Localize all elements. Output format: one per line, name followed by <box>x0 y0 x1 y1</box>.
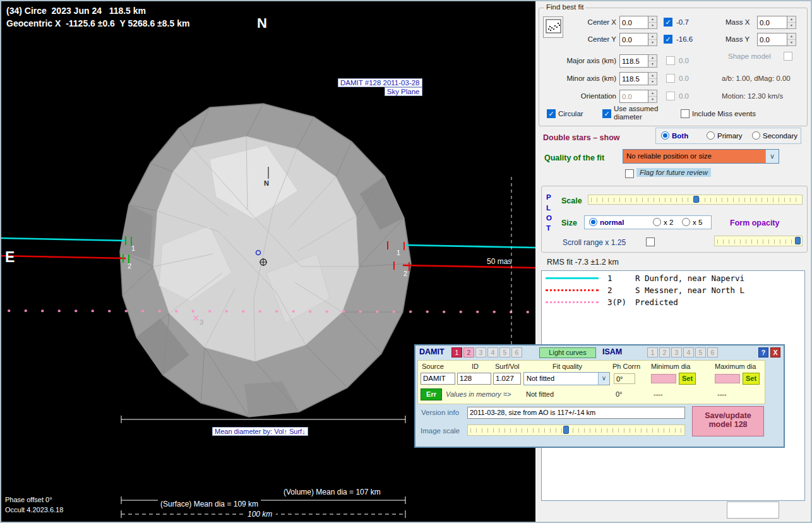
spin-up-icon[interactable]: ▲ <box>648 90 657 97</box>
mass-x-input[interactable] <box>757 16 787 29</box>
spin-up-icon[interactable]: ▲ <box>787 33 796 40</box>
center-y-checkbox[interactable]: ✓ <box>664 35 672 44</box>
radio-secondary-dot[interactable] <box>752 131 760 140</box>
spin-up-icon[interactable]: ▲ <box>648 73 657 79</box>
save-update-button[interactable]: Save/update model 128 <box>692 406 764 436</box>
center-y-input[interactable] <box>619 33 648 46</box>
col-fit-quality: Fit quality <box>552 363 582 370</box>
fit-quality-combobox[interactable]: Not fitted ∨ <box>523 372 610 385</box>
spin-up-icon[interactable]: ▲ <box>648 16 657 23</box>
damit-tab-3[interactable]: 3 <box>475 347 486 358</box>
isam-tab-6[interactable]: 6 <box>707 347 718 358</box>
image-scale-slider[interactable] <box>467 424 685 436</box>
isam-tab-5[interactable]: 5 <box>695 347 706 358</box>
form-opacity-slider-thumb[interactable] <box>795 237 801 244</box>
isam-tab-4[interactable]: 4 <box>683 347 694 358</box>
mass-y-input[interactable] <box>757 33 787 46</box>
mean-dia-by-label[interactable]: Mean diameter by: Vol↑ Surf↓ <box>212 425 308 436</box>
damit-title: DAMIT <box>419 347 445 356</box>
center-x-spinner[interactable]: ▲▼ <box>648 16 657 29</box>
spin-up-icon[interactable]: ▲ <box>648 55 657 61</box>
spin-down-icon[interactable]: ▼ <box>787 40 796 45</box>
close-button[interactable]: X <box>770 347 780 358</box>
scale-slider[interactable] <box>588 195 803 205</box>
chord2-left-label: 2 <box>128 262 131 270</box>
form-opacity-slider[interactable] <box>714 236 803 246</box>
orientation-input[interactable] <box>619 90 648 103</box>
min-dia-field[interactable] <box>651 374 676 383</box>
spin-down-icon[interactable]: ▼ <box>787 23 796 28</box>
radio-both[interactable]: Both <box>661 131 688 140</box>
use-assumed-checkbox[interactable]: ✓ <box>602 109 611 118</box>
minor-axis-input[interactable] <box>619 72 648 85</box>
minor-axis-alt-checkbox[interactable] <box>666 74 675 83</box>
isam-tab-1[interactable]: 1 <box>647 347 658 358</box>
center-x-input[interactable] <box>619 16 648 29</box>
image-scale-slider-thumb[interactable] <box>563 426 569 434</box>
fit-plot-icon-button[interactable] <box>543 16 563 38</box>
spin-up-icon[interactable]: ▲ <box>787 16 796 23</box>
quality-fit-combobox[interactable]: No reliable position or size ∨ <box>623 149 779 164</box>
spin-down-icon[interactable]: ▼ <box>648 79 657 85</box>
max-dia-field[interactable] <box>715 374 740 383</box>
col-max-dia: Maximum dia <box>715 363 756 370</box>
radio-primary[interactable]: Primary <box>707 131 743 140</box>
include-miss-checkbox[interactable] <box>681 109 690 118</box>
center-y-spinner[interactable]: ▲▼ <box>648 33 657 46</box>
model-label[interactable]: DAMIT #128 2011-03-28 Sky Plane <box>338 78 422 96</box>
center-x-checkbox[interactable]: ✓ <box>664 18 672 27</box>
damit-tab-1[interactable]: 1 <box>451 347 462 358</box>
circular-checkbox[interactable]: ✓ <box>547 109 556 118</box>
bottom-right-box <box>727 502 779 519</box>
spin-down-icon[interactable]: ▼ <box>648 97 657 102</box>
orientation-alt-checkbox[interactable] <box>666 92 675 100</box>
source-field: DAMIT <box>421 373 455 385</box>
damit-tab-4[interactable]: 4 <box>487 347 498 358</box>
spin-down-icon[interactable]: ▼ <box>648 61 657 67</box>
radio-size-normal-dot[interactable] <box>589 218 597 226</box>
damit-tab-6[interactable]: 6 <box>511 347 522 358</box>
radio-size-x2[interactable]: x 2 <box>653 218 673 226</box>
err-button[interactable]: Err <box>421 388 442 400</box>
spin-down-icon[interactable]: ▼ <box>648 40 657 45</box>
major-axis-alt-checkbox[interactable] <box>666 56 675 65</box>
spin-up-icon[interactable]: ▲ <box>648 33 657 40</box>
set-min-button[interactable]: Set <box>679 373 696 385</box>
radio-secondary[interactable]: Secondary <box>752 131 797 140</box>
dropdown-arrow-icon[interactable]: ∨ <box>765 150 779 163</box>
radio-both-dot[interactable] <box>661 131 669 140</box>
minor-axis-spinner[interactable]: ▲▼ <box>648 72 657 85</box>
radio-size-x2-dot[interactable] <box>653 218 661 226</box>
isam-tab-2[interactable]: 2 <box>659 347 670 358</box>
damit-tab-5[interactable]: 5 <box>499 347 510 358</box>
ph-corrn-field[interactable]: 0° <box>614 373 635 384</box>
dropdown-arrow-icon[interactable]: ∨ <box>598 373 609 385</box>
chord-list-item[interactable]: 3(P) Predicted <box>542 298 804 307</box>
scale-slider-thumb[interactable] <box>693 196 699 203</box>
shape-model-checkbox[interactable] <box>784 52 792 61</box>
mass-x-spinner[interactable]: ▲▼ <box>787 16 796 29</box>
major-axis-spinner[interactable]: ▲▼ <box>648 54 657 68</box>
scroll-range-checkbox[interactable] <box>646 237 655 246</box>
mass-y-spinner[interactable]: ▲▼ <box>787 33 796 46</box>
radio-size-x5[interactable]: x 5 <box>682 218 702 226</box>
chord-list-item[interactable]: 2 S Messner, near North L <box>542 286 804 295</box>
orientation-spinner[interactable]: ▲▼ <box>648 90 657 103</box>
version-info-field[interactable]: 2011-03-28, size from AO is 117+/-14 km <box>467 407 685 419</box>
radio-size-x5-dot[interactable] <box>682 218 690 226</box>
light-curves-button[interactable]: Light curves <box>539 347 596 358</box>
damit-tab-2[interactable]: 2 <box>463 347 474 358</box>
scatter-plot-icon <box>544 17 563 37</box>
set-max-button[interactable]: Set <box>743 373 760 385</box>
isam-tab-3[interactable]: 3 <box>671 347 682 358</box>
radio-primary-dot[interactable] <box>707 131 715 140</box>
chord-list-item[interactable]: 1 R Dunford, near Napervi <box>542 274 804 283</box>
app-version-label: Occult 4.2023.6.18 <box>5 506 63 514</box>
radio-size-normal[interactable]: normal <box>589 218 624 226</box>
flag-review-checkbox[interactable] <box>625 169 634 178</box>
spin-down-icon[interactable]: ▼ <box>648 23 657 28</box>
help-button[interactable]: ? <box>758 347 768 358</box>
major-axis-input[interactable] <box>619 54 648 68</box>
plot-group: P L O T Scale Size normal x 2 x 5 Form o… <box>541 186 808 253</box>
double-stars-radio-group: Both Primary Secondary <box>655 128 801 144</box>
